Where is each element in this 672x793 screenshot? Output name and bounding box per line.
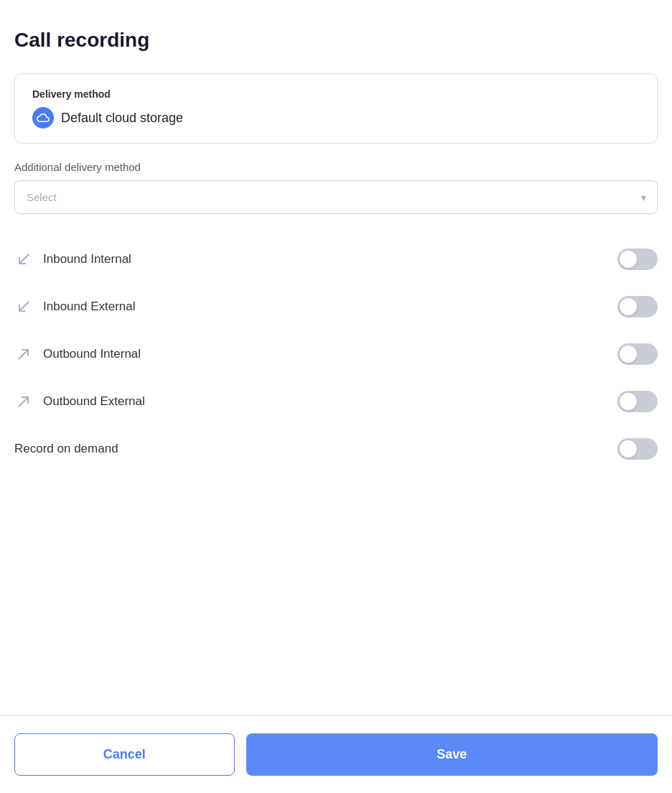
inbound-internal-toggle[interactable] — [617, 249, 658, 270]
inbound-external-label: Inbound External — [43, 300, 136, 314]
outbound-internal-icon — [14, 345, 33, 363]
outbound-internal-toggle[interactable] — [617, 343, 658, 365]
inbound-internal-label: Inbound Internal — [43, 252, 131, 266]
page-title: Call recording — [14, 29, 658, 52]
additional-delivery-select-wrapper: Select ▾ — [14, 180, 658, 214]
outbound-external-toggle[interactable] — [617, 391, 658, 412]
delivery-method-label: Delivery method — [32, 88, 640, 100]
additional-delivery-select[interactable]: Select — [14, 180, 658, 214]
additional-delivery-label: Additional delivery method — [14, 161, 658, 173]
inbound-internal-row: Inbound Internal — [14, 236, 658, 283]
record-on-demand-toggle[interactable] — [617, 438, 658, 460]
record-on-demand-slider — [617, 438, 658, 460]
inbound-internal-icon — [14, 250, 33, 269]
outbound-external-icon — [14, 392, 33, 411]
inbound-external-icon — [14, 297, 33, 316]
delivery-method-card: Delivery method Default cloud storage — [14, 73, 658, 144]
outbound-external-row: Outbound External — [14, 378, 658, 425]
inbound-external-slider — [617, 296, 658, 317]
delivery-method-text: Default cloud storage — [61, 111, 183, 126]
outbound-internal-row: Outbound Internal — [14, 330, 658, 378]
cancel-button[interactable]: Cancel — [14, 733, 235, 776]
cloud-storage-icon — [32, 107, 54, 129]
outbound-internal-slider — [617, 343, 658, 365]
inbound-external-row: Inbound External — [14, 283, 658, 330]
record-on-demand-row: Record on demand — [14, 425, 658, 473]
record-on-demand-label: Record on demand — [14, 442, 118, 456]
inbound-internal-slider — [617, 249, 658, 270]
delivery-method-value: Default cloud storage — [32, 107, 640, 129]
footer: Cancel Save — [0, 715, 672, 793]
outbound-external-slider — [617, 391, 658, 412]
outbound-internal-label: Outbound Internal — [43, 347, 141, 361]
save-button[interactable]: Save — [246, 733, 658, 776]
inbound-external-toggle[interactable] — [617, 296, 658, 317]
outbound-external-label: Outbound External — [43, 394, 145, 409]
